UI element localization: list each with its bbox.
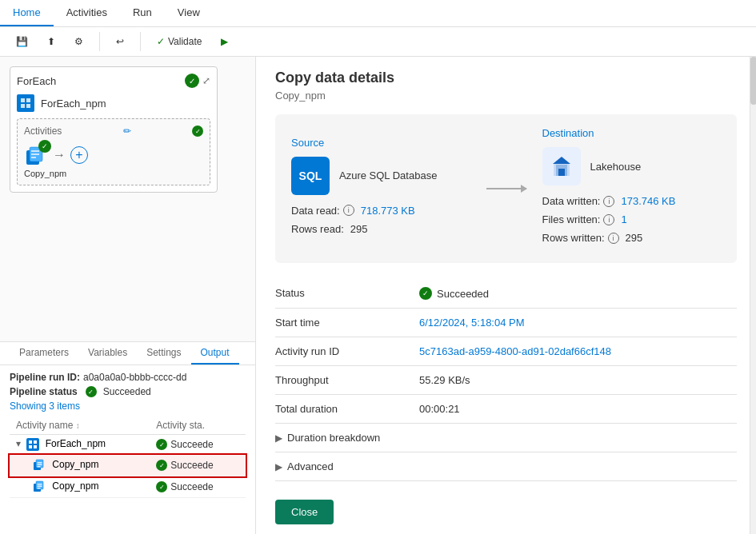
pipeline-run-id-value: a0a0a0a0-bbbb-cccc-dd [83,372,186,383]
source-type: Azure SQL Database [339,169,437,181]
gear-icon: ⚙ [74,36,83,47]
expand-arrow[interactable]: ▾ [16,438,21,449]
svg-rect-27 [558,169,565,176]
throughput-label: Throughput [275,374,419,386]
edit-icon[interactable]: ✏ [123,126,131,137]
right-panel: Copy data details Copy_npm Source SQL Az… [256,57,756,534]
toolbar-separator-2 [140,32,141,51]
settings-button[interactable]: ⚙ [68,33,90,50]
table-row-copy-selected[interactable]: Copy_npm ✓ Succeede [10,455,246,476]
tab-output[interactable]: Output [191,342,239,365]
status-check-icon: ✓ [419,287,432,300]
scrollbar-thumb[interactable] [750,57,756,105]
right-panel-inner: Copy data details Copy_npm Source SQL Az… [256,57,756,490]
dest-content: Lakehouse [542,147,722,185]
undo-button[interactable]: ↩ [110,33,130,50]
foreach-name: ForEach_npm [41,98,106,110]
svg-rect-10 [34,440,37,444]
copy-row-selected-name: Copy_npm [10,455,150,476]
arrow-line [486,188,526,189]
save-button[interactable]: 💾 [10,33,34,50]
toolbar-separator [99,32,100,51]
nav-tab-run[interactable]: Run [120,0,165,26]
data-read-stat: Data read: i 718.773 KB [291,205,470,217]
source-side: Source SQL Azure SQL Database Data read:… [291,137,470,241]
activity-run-label: Activity run ID [275,345,419,357]
nav-tab-activities[interactable]: Activities [54,0,120,26]
rows-written-stat: Rows written: i 295 [542,232,722,244]
data-written-info[interactable]: i [603,196,614,207]
throughput-value: 55.29 KB/s [419,374,737,386]
svg-rect-1 [26,98,30,102]
publish-button[interactable]: ⬆ [41,33,62,50]
validate-button[interactable]: ✓ Validate [150,33,208,50]
activities-section-label: Activities [24,126,62,137]
close-button[interactable]: Close [275,500,334,524]
checkmark-icon: ✓ [157,36,165,47]
svg-rect-7 [31,153,39,155]
add-activity-button[interactable]: + [70,146,88,164]
foreach-row-icon [26,438,39,451]
nav-tab-home[interactable]: Home [0,0,54,26]
start-time-detail-row: Start time 6/12/2024, 5:18:04 PM [275,309,737,337]
col-activity-name: Activity name ↕ [10,416,150,435]
tab-settings[interactable]: Settings [137,342,190,365]
pipeline-status-row: Pipeline status ✓ Succeeded [10,386,246,397]
start-time-label: Start time [275,317,419,329]
sql-icon: SQL [291,157,330,195]
left-panel: ForEach ✓ ⤢ ForEac [0,57,256,534]
dest-label: Destination [542,127,722,139]
nav-tab-view[interactable]: View [165,0,213,26]
activity-flow: ✓ → + [24,143,88,167]
rows-written-info[interactable]: i [608,233,619,244]
duration-breakdown-row[interactable]: ▶ Duration breakdown [275,424,737,452]
copy-succeed-check: ✓ [156,460,167,471]
svg-rect-20 [38,484,42,485]
copy-row-2-name: Copy_npm [10,476,150,498]
activity-run-value[interactable]: 5c7163ad-a959-4800-ad91-02daf66cf148 [419,345,737,357]
foreach-name-row: ForEach_npm [17,94,210,112]
total-duration-value: 00:00:21 [419,403,737,415]
pipeline-status-label: Pipeline status [10,386,78,397]
source-stats: Data read: i 718.773 KB Rows read: 295 [291,205,470,241]
copy-2-succeed-badge: ✓ Succeede [156,481,239,492]
dest-stats: Data written: i 173.746 KB Files written… [542,195,722,250]
duration-detail-row: Total duration 00:00:21 [275,395,737,424]
sort-icon[interactable]: ↕ [76,421,80,430]
foreach-status-check: ✓ [185,74,199,88]
copy-activity-node[interactable]: ✓ [24,143,48,167]
svg-rect-8 [31,157,36,158]
data-read-info[interactable]: i [343,205,354,216]
expand-icon[interactable]: ⤢ [202,75,210,86]
save-icon: 💾 [16,36,28,47]
run-icon: ▶ [221,36,228,47]
activities-section: Activities ✏ ✓ [17,118,210,185]
table-row-foreach[interactable]: ▾ ForEach_npm ✓ Succeede [10,435,246,455]
activity-run-detail-row: Activity run ID 5c7163ad-a959-4800-ad91-… [275,337,737,366]
start-time-value: 6/12/2024, 5:18:04 PM [419,317,737,329]
panel-title: Copy data details [275,70,737,86]
svg-rect-16 [38,464,42,466]
activities-label-row: Activities ✏ ✓ [24,126,203,137]
run-button[interactable]: ▶ [214,33,234,50]
lakehouse-icon [542,147,581,185]
files-written-info[interactable]: i [603,214,614,225]
tab-variables[interactable]: Variables [78,342,137,365]
foreach-icons: ✓ ⤢ [185,74,210,88]
svg-rect-15 [38,462,42,464]
advanced-row[interactable]: ▶ Advanced [275,452,737,481]
bottom-tabs: Parameters Variables Settings Output [0,342,255,365]
pipeline-status-value: Succeeded [103,386,151,397]
throughput-detail-row: Throughput 55.29 KB/s [275,366,737,395]
duration-breakdown-label: Duration breakdown [287,432,380,444]
copy-row-icon [32,458,46,472]
tab-parameters[interactable]: Parameters [10,342,78,365]
svg-rect-3 [26,104,30,108]
svg-rect-17 [38,466,41,468]
table-row-copy-2[interactable]: Copy_npm ✓ Succeede [10,476,246,498]
copy-row-2-icon [32,480,46,494]
foreach-succeed-badge: ✓ Succeede [156,439,239,450]
copy-2-succeed-check: ✓ [156,481,167,492]
source-dest-box: Source SQL Azure SQL Database Data read:… [275,114,737,263]
foreach-container: ForEach ✓ ⤢ ForEac [10,66,218,193]
